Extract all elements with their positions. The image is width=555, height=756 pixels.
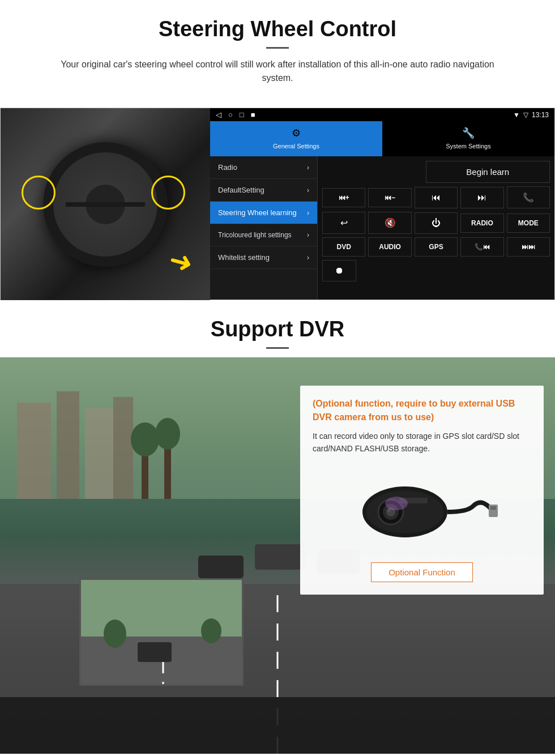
optional-function-button[interactable]: Optional Function <box>371 562 473 582</box>
menu-item-whitelist[interactable]: Whitelist setting › <box>210 246 317 269</box>
dvr-divider <box>266 347 289 349</box>
svg-rect-3 <box>85 408 113 499</box>
radio-btn[interactable]: RADIO <box>460 213 503 233</box>
wheel-spoke-h2 <box>66 202 105 207</box>
menu-defaultsetting-label: DefaultSetting <box>218 186 264 194</box>
chevron-icon-swl: › <box>307 209 309 217</box>
ui-screenshot-area: ➜ ◁ ○ □ ■ ▼ ▽ 13:13 ⚙ General Settings <box>0 108 555 300</box>
general-settings-icon: ⚙ <box>215 127 378 139</box>
chevron-icon-default: › <box>307 186 309 194</box>
media-controls-row3: DVD AUDIO GPS 📞⏮ ⏭⏭ <box>322 237 550 257</box>
menu-item-radio[interactable]: Radio › <box>210 156 317 179</box>
steering-wheel-section: Steering Wheel Control Your original car… <box>0 0 555 108</box>
menu-icon[interactable]: ■ <box>251 110 255 119</box>
svg-rect-2 <box>57 391 79 499</box>
tab-system-settings[interactable]: 🔧 System Settings <box>382 121 554 156</box>
mode-btn[interactable]: MODE <box>507 213 550 233</box>
support-dvr-section: Support DVR <box>0 300 555 754</box>
vol-down-prev-btn[interactable]: ⏮− <box>368 188 411 207</box>
svg-point-8 <box>155 418 180 450</box>
settings-menu-list: Radio › DefaultSetting › Steering Wheel … <box>210 156 318 300</box>
menu-tricoloured-label: Tricoloured light settings <box>218 231 292 239</box>
hang-up-btn[interactable]: ↩ <box>322 212 365 234</box>
audio-btn[interactable]: AUDIO <box>368 237 411 257</box>
system-settings-icon: 🔧 <box>387 127 550 139</box>
mute-btn[interactable]: 🔇 <box>368 212 411 234</box>
wifi-icon: ▽ <box>523 111 528 119</box>
next-combo-btn[interactable]: ⏭⏭ <box>507 237 550 257</box>
svg-point-29 <box>385 497 408 510</box>
status-right: ▼ ▽ 13:13 <box>513 111 549 119</box>
back-icon[interactable]: ◁ <box>216 110 221 119</box>
optional-heading: (Optional function, require to buy exter… <box>313 397 531 424</box>
controls-panel: Begin learn ⏮+ ⏮− ⏮ ⏭ 📞 ↩ 🔇 ⏻ RADIO MODE <box>318 156 554 300</box>
svg-rect-1 <box>17 403 51 499</box>
extra-btn[interactable]: ⏺ <box>322 260 356 281</box>
section1-subtitle: Your original car's steering wheel contr… <box>45 58 510 85</box>
svg-rect-11 <box>255 544 306 570</box>
menu-item-defaultsetting[interactable]: DefaultSetting › <box>210 179 317 202</box>
begin-learn-button[interactable]: Begin learn <box>426 161 550 183</box>
arrow-indicator: ➜ <box>165 243 197 281</box>
recents-icon[interactable]: □ <box>240 110 244 119</box>
wheel-spoke-h <box>105 202 145 207</box>
svg-rect-28 <box>490 506 496 510</box>
circle-highlight-left <box>22 176 56 210</box>
svg-point-17 <box>104 620 126 648</box>
menu-item-steering-wheel-learning[interactable]: Steering Wheel learning › <box>210 202 317 224</box>
menu-controls-area: Radio › DefaultSetting › Steering Wheel … <box>210 156 554 300</box>
clock: 13:13 <box>532 111 549 119</box>
menu-whitelist-label: Whitelist setting <box>218 253 270 262</box>
dvr-description: It can record video only to storage in G… <box>313 430 531 455</box>
section1-title: Steering Wheel Control <box>23 17 532 41</box>
next-track-btn[interactable]: ⏭ <box>460 187 503 208</box>
status-bar: ◁ ○ □ ■ ▼ ▽ 13:13 <box>210 108 554 121</box>
svg-point-6 <box>131 422 159 456</box>
media-controls-row2: ↩ 🔇 ⏻ RADIO MODE <box>322 212 550 234</box>
tab-general-settings[interactable]: ⚙ General Settings <box>210 121 382 156</box>
dvr-photo-area: (Optional function, require to buy exter… <box>0 357 555 754</box>
chevron-icon-tri: › <box>307 231 309 239</box>
power-btn[interactable]: ⏻ <box>415 212 458 234</box>
system-settings-label: System Settings <box>446 143 490 150</box>
gps-btn[interactable]: GPS <box>415 237 458 257</box>
vol-up-prev-btn[interactable]: ⏮+ <box>322 188 365 207</box>
prev-track-btn[interactable]: ⏮ <box>415 187 458 208</box>
dvr-title: Support DVR <box>23 317 532 341</box>
svg-point-18 <box>201 618 221 643</box>
circle-highlight-right <box>151 176 185 210</box>
svg-rect-10 <box>198 556 244 578</box>
steering-wheel <box>43 142 168 267</box>
section1-divider <box>266 47 289 49</box>
svg-rect-13 <box>0 697 555 754</box>
dvr-camera-image <box>313 464 531 557</box>
general-settings-label: General Settings <box>273 143 319 150</box>
dvr-title-area: Support DVR <box>0 300 555 357</box>
media-controls-row4: ⏺ <box>322 260 550 281</box>
android-ui-panel: ◁ ○ □ ■ ▼ ▽ 13:13 ⚙ General Settings 🔧 S… <box>210 108 554 300</box>
svg-rect-4 <box>113 397 133 499</box>
menu-swl-label: Steering Wheel learning <box>218 208 297 217</box>
call-btn[interactable]: 📞 <box>507 186 550 208</box>
menu-radio-label: Radio <box>218 163 237 172</box>
info-card: (Optional function, require to buy exter… <box>300 386 544 595</box>
nav-icons: ◁ ○ □ ■ <box>216 110 255 119</box>
svg-rect-19 <box>138 642 172 662</box>
media-controls-row1: ⏮+ ⏮− ⏮ ⏭ 📞 <box>322 186 550 208</box>
home-icon[interactable]: ○ <box>228 110 233 119</box>
menu-item-tricoloured[interactable]: Tricoloured light settings › <box>210 224 317 246</box>
dvr-camera-svg <box>343 469 501 549</box>
dashcam-thumbnail <box>79 578 244 686</box>
call-prev-btn[interactable]: 📞⏮ <box>460 237 503 257</box>
dvd-btn[interactable]: DVD <box>322 237 365 257</box>
settings-tabs: ⚙ General Settings 🔧 System Settings <box>210 121 554 156</box>
chevron-icon-radio: › <box>307 164 309 172</box>
dashcam-view-svg <box>81 580 244 686</box>
signal-icon: ▼ <box>513 111 520 119</box>
steering-photo: ➜ <box>1 108 210 301</box>
begin-learn-row: Begin learn <box>322 161 550 183</box>
chevron-icon-white: › <box>307 254 309 262</box>
